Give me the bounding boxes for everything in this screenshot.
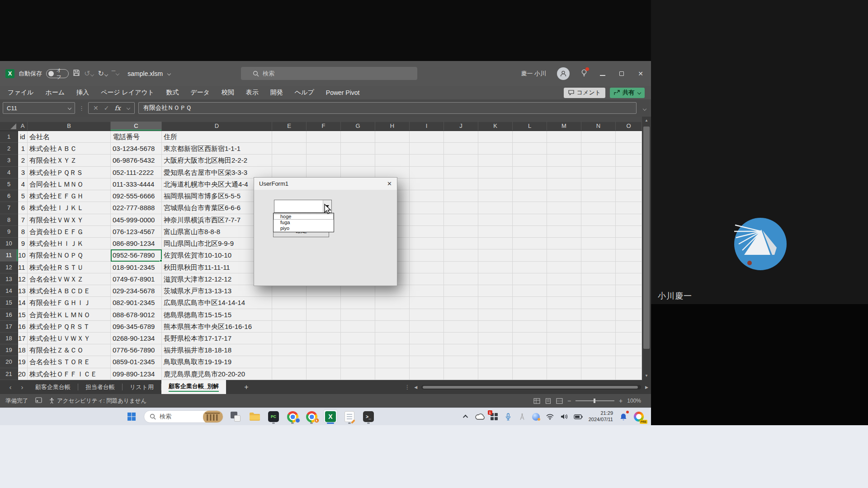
cell-G16[interactable] <box>341 309 375 321</box>
cell-M17[interactable] <box>547 321 581 333</box>
cell-E19[interactable] <box>272 344 307 356</box>
formula-bar-expand-icon[interactable] <box>640 104 648 112</box>
cell-K17[interactable] <box>478 321 513 333</box>
wifi-icon[interactable] <box>545 410 556 423</box>
sheet-tab-2[interactable]: 担当者台帳 <box>78 380 122 394</box>
cell-K12[interactable] <box>478 262 513 273</box>
column-header-K[interactable]: K <box>478 122 513 131</box>
cell-A7[interactable]: 6 <box>18 202 28 214</box>
cell-N10[interactable] <box>581 238 616 249</box>
cell-K2[interactable] <box>478 143 513 155</box>
cell-J6[interactable] <box>444 190 478 202</box>
cell-O12[interactable] <box>616 262 642 273</box>
sheet-tab-3[interactable]: リスト用 <box>123 380 161 394</box>
column-header-A[interactable]: A <box>18 122 28 131</box>
sheet-tab-1[interactable]: 顧客企業台帳 <box>28 380 78 394</box>
cell-B8[interactable]: 有限会社ＶＷＸＹ <box>28 214 111 226</box>
ribbon-tab-2[interactable]: ホーム <box>39 86 71 99</box>
cell-B21[interactable]: 株式会社ＯＦＦＩＣＥ <box>28 368 111 380</box>
cell-M19[interactable] <box>547 344 581 356</box>
cell-O11[interactable] <box>616 249 642 261</box>
cell-H20[interactable] <box>375 356 410 368</box>
cell-J20[interactable] <box>444 356 478 368</box>
cell-M5[interactable] <box>547 178 581 190</box>
vertical-scroll-thumb[interactable] <box>643 127 650 349</box>
cell-F18[interactable] <box>307 333 341 344</box>
tray-overflow-chevron-icon[interactable] <box>461 410 472 423</box>
customize-qat-icon[interactable]: ▔ <box>112 71 119 76</box>
cell-O3[interactable] <box>616 155 642 166</box>
cell-I7[interactable] <box>410 202 444 214</box>
antenna-icon[interactable] <box>517 410 528 423</box>
cell-K3[interactable] <box>478 155 513 166</box>
row-header-12[interactable]: 12 <box>0 262 18 273</box>
comments-button[interactable]: コメント <box>564 88 605 98</box>
cell-J15[interactable] <box>444 297 478 309</box>
row-header-17[interactable]: 17 <box>0 321 18 333</box>
cell-F16[interactable] <box>307 309 341 321</box>
cell-C20[interactable]: 0859-01-2345 <box>111 356 162 368</box>
row-header-16[interactable]: 16 <box>0 309 18 321</box>
cell-G17[interactable] <box>341 321 375 333</box>
cell-C1[interactable]: 電話番号 <box>111 131 162 143</box>
cell-H2[interactable] <box>375 143 410 155</box>
cell-N7[interactable] <box>581 202 616 214</box>
cell-I14[interactable] <box>410 285 444 297</box>
cell-H17[interactable] <box>375 321 410 333</box>
ribbon-tab-9[interactable]: 開発 <box>264 86 289 99</box>
cell-B16[interactable]: 合資会社ＫＬＭＮＯ <box>28 309 111 321</box>
cell-B4[interactable]: 株式会社ＰＱＲＳ <box>28 167 111 178</box>
cell-M1[interactable] <box>547 131 581 143</box>
cell-M2[interactable] <box>547 143 581 155</box>
scroll-up-arrow-icon[interactable]: ▲ <box>642 117 651 125</box>
cell-G15[interactable] <box>341 297 375 309</box>
vertical-scrollbar[interactable]: ▲ ▼ <box>642 117 651 380</box>
page-break-view-icon[interactable] <box>556 398 563 404</box>
cell-D19[interactable]: 福井県福井市18-18-18 <box>162 344 272 356</box>
cell-C8[interactable]: 045-999-0000 <box>111 214 162 226</box>
cell-G1[interactable] <box>341 131 375 143</box>
ribbon-tab-8[interactable]: 表示 <box>240 86 264 99</box>
cell-J10[interactable] <box>444 238 478 249</box>
cell-B18[interactable]: 株式会社ＵＶＷＸＹ <box>28 333 111 344</box>
file-explorer-icon[interactable] <box>246 409 263 424</box>
cell-M9[interactable] <box>547 226 581 238</box>
cell-J21[interactable] <box>444 368 478 380</box>
cell-L1[interactable] <box>513 131 547 143</box>
cell-H3[interactable] <box>375 155 410 166</box>
blue-sphere-icon[interactable] <box>531 410 542 423</box>
cell-N18[interactable] <box>581 333 616 344</box>
cell-M11[interactable] <box>547 249 581 261</box>
volume-icon[interactable] <box>559 410 570 423</box>
cell-M3[interactable] <box>547 155 581 166</box>
cell-G18[interactable] <box>341 333 375 344</box>
cell-B3[interactable]: 有限会社ＸＹＺ <box>28 155 111 166</box>
cell-O5[interactable] <box>616 178 642 190</box>
cell-E21[interactable] <box>272 368 307 380</box>
cell-E18[interactable] <box>272 333 307 344</box>
ribbon-tab-11[interactable]: Power Pivot <box>320 86 366 99</box>
cell-L16[interactable] <box>513 309 547 321</box>
cell-L10[interactable] <box>513 238 547 249</box>
widgets-icon[interactable] <box>227 409 244 424</box>
cell-L8[interactable] <box>513 214 547 226</box>
cell-I1[interactable] <box>410 131 444 143</box>
cell-I15[interactable] <box>410 297 444 309</box>
tell-me-lightbulb-icon[interactable] <box>580 69 588 79</box>
cell-D1[interactable]: 住所 <box>162 131 272 143</box>
cell-N17[interactable] <box>581 321 616 333</box>
cell-A20[interactable]: 19 <box>18 356 28 368</box>
cell-J9[interactable] <box>444 226 478 238</box>
cell-A6[interactable]: 5 <box>18 190 28 202</box>
cell-M8[interactable] <box>547 214 581 226</box>
cell-C14[interactable]: 029-234-5678 <box>111 285 162 297</box>
cell-C4[interactable]: 052-111-2222 <box>111 167 162 178</box>
cell-J2[interactable] <box>444 143 478 155</box>
cell-C13[interactable]: 0749-67-8901 <box>111 273 162 285</box>
cell-N5[interactable] <box>581 178 616 190</box>
cell-M12[interactable] <box>547 262 581 273</box>
account-avatar[interactable] <box>557 67 570 80</box>
ribbon-tab-3[interactable]: 挿入 <box>71 86 95 99</box>
cell-M6[interactable] <box>547 190 581 202</box>
cell-L6[interactable] <box>513 190 547 202</box>
